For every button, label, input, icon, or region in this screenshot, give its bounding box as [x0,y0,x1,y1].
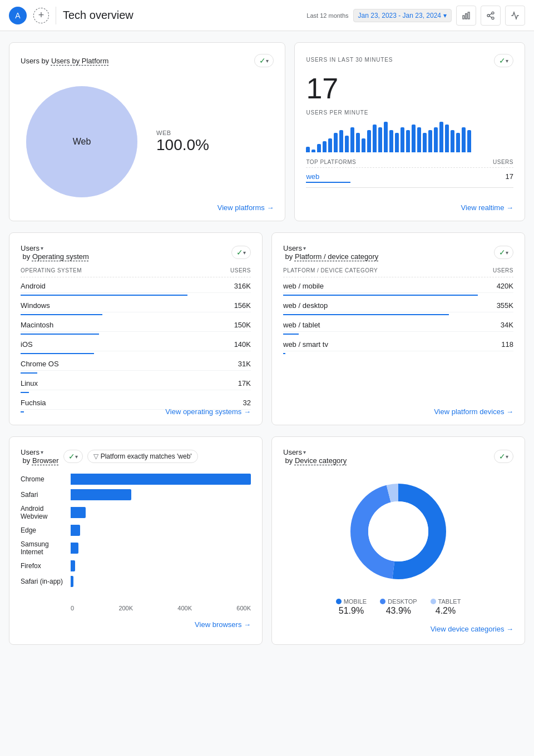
os-table-header: OPERATING SYSTEM USERS [21,267,251,277]
os-col1: OPERATING SYSTEM [21,267,82,273]
device-title-dropdown[interactable]: Users▾ [283,448,347,456]
date-range-picker[interactable]: Jan 23, 2023 - Jan 23, 2024 ▾ [353,9,452,22]
rt-bar [434,127,438,152]
os-dimension-link[interactable]: Operating system [32,252,89,261]
header: A + Tech overview Last 12 months Jan 23,… [0,0,534,31]
svg-text:Web: Web [73,137,91,146]
pd-table-row: web / smart tv 118 [283,336,513,354]
view-browsers-link[interactable]: View browsers → [21,620,251,629]
add-button[interactable]: + [33,8,49,23]
check-icon-pd: ✓ [499,248,506,257]
rt-platform-name[interactable]: web [306,172,350,181]
os-row-name: iOS [21,340,33,349]
rt-bar [317,144,321,152]
browser-check-dropdown[interactable]: ✓ ▾ [63,450,83,463]
os-row-name: Android [21,282,46,290]
bar-chart-icon-button[interactable] [456,6,476,26]
os-row-value: 140K [234,340,251,349]
legend-dot [380,599,385,604]
rt-bar [400,127,404,152]
rt-bar [395,133,399,152]
view-realtime-link[interactable]: View realtime → [461,203,513,212]
filter-badge[interactable]: ▽ Platform exactly matches 'web' [87,450,198,463]
svg-rect-2 [468,12,469,19]
share-icon-button[interactable] [481,6,501,26]
caret-icon-dev: ▾ [506,454,508,460]
platform-check-dropdown[interactable]: ✓ ▾ [254,54,274,67]
rt-bar [423,133,427,152]
browser-bar [71,543,78,554]
os-row-name: Fuchsia [21,399,46,407]
pd-title-dropdown[interactable]: Users▾ [283,244,378,252]
check-icon-os: ✓ [236,248,243,257]
pd-row-bar [283,295,478,296]
os-row-name: Chrome OS [21,360,59,368]
view-device-link[interactable]: View device categories → [283,625,513,633]
check-icon-rt: ✓ [499,56,506,65]
pd-card-title: Users▾ by Platform / device category [283,244,378,261]
browser-dimension-link[interactable]: Browser [32,456,59,465]
legend-pct: 43.9% [386,606,411,616]
os-row-bar [21,411,24,412]
svg-point-3 [492,12,494,14]
pie-container: Web WEB 100.0% [21,74,274,210]
rt-bar [445,125,449,152]
realtime-card-header: USERS IN LAST 30 MINUTES ✓ ▾ [306,54,513,67]
row-2: Users▾ by Operating system ✓ ▾ OPERATING… [9,232,525,425]
legend-label: TABLET [431,598,461,605]
pie-legend: WEB 100.0% [156,130,209,154]
legend-label: MOBILE [336,598,367,605]
browser-row: Firefox [21,560,251,571]
view-platforms-link[interactable]: View platforms → [217,203,274,212]
rt-bar [384,122,388,152]
svg-point-14 [368,501,428,561]
os-data-row: Linux 17K [21,375,251,390]
browser-bar [71,525,80,536]
rt-bar [312,150,315,152]
os-row-name: Linux [21,379,38,387]
os-title-dropdown[interactable]: Users▾ [21,244,89,252]
os-rows: Android 316K Windows 156K Macintosh 150K… [21,277,251,412]
legend-item: TABLET 4.2% [431,598,461,616]
row-3: Users▾ by Browser ✓ ▾ ▽ Platform exactly… [9,436,525,645]
os-row-value: 316K [234,282,251,290]
pd-table-header: PLATFORM / DEVICE CATEGORY USERS [283,267,513,277]
device-dimension-link[interactable]: Device category [295,456,347,465]
pd-dimension-link[interactable]: Platform / device category [295,252,378,261]
os-row-bar [21,353,94,354]
filter-text: Platform exactly matches 'web' [101,452,192,460]
os-row-name: Windows [21,301,50,310]
rt-bar [373,125,377,152]
users-col-label: USERS [493,159,513,165]
os-check-dropdown[interactable]: ✓ ▾ [231,246,251,259]
os-row-bar [21,314,102,315]
pd-col1: PLATFORM / DEVICE CATEGORY [283,267,378,273]
legend-pct: 4.2% [436,606,456,616]
rt-bar [406,130,410,152]
browser-bar [71,489,131,500]
caret-icon-os: ▾ [243,250,246,256]
os-table-row: Macintosh 150K [21,316,251,335]
browser-bar [71,560,75,571]
legend-item: MOBILE 51.9% [336,598,367,616]
main-content: Users by Users by Platform ✓ ▾ Web [0,31,534,667]
rt-bar [339,130,343,152]
browser-row: Safari (in-app) [21,576,251,587]
view-pd-link[interactable]: View platform devices → [434,407,513,416]
view-os-link[interactable]: View operating systems → [165,407,251,416]
realtime-check-dropdown[interactable]: ✓ ▾ [494,54,513,67]
donut-legend: MOBILE 51.9% DESKTOP 43.9% TABLET 4.2% [283,598,513,616]
rt-bar [428,130,432,152]
pd-row-name: web / desktop [283,301,328,310]
svg-line-6 [490,16,492,18]
os-table: OPERATING SYSTEM USERS Android 316K Wind… [21,267,251,412]
os-row-bar [21,392,29,393]
rt-bar [439,122,443,152]
browser-bar-wrap [71,560,251,571]
platform-dimension-link[interactable]: Users by Platform [51,57,108,65]
pd-check-dropdown[interactable]: ✓ ▾ [494,246,513,259]
browser-title-dropdown[interactable]: Users▾ [21,448,59,456]
settings-icon-button[interactable] [505,6,525,26]
browser-bar-wrap [71,489,251,500]
device-check-dropdown[interactable]: ✓ ▾ [494,450,513,463]
